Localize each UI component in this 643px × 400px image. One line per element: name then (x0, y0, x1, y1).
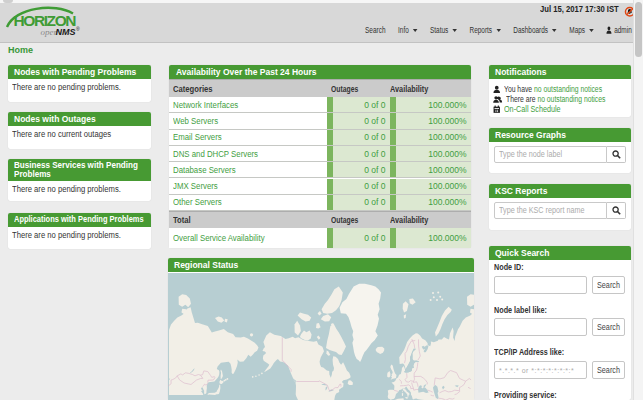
svg-text:®: ® (76, 26, 80, 32)
svg-text:NMS: NMS (56, 27, 76, 37)
